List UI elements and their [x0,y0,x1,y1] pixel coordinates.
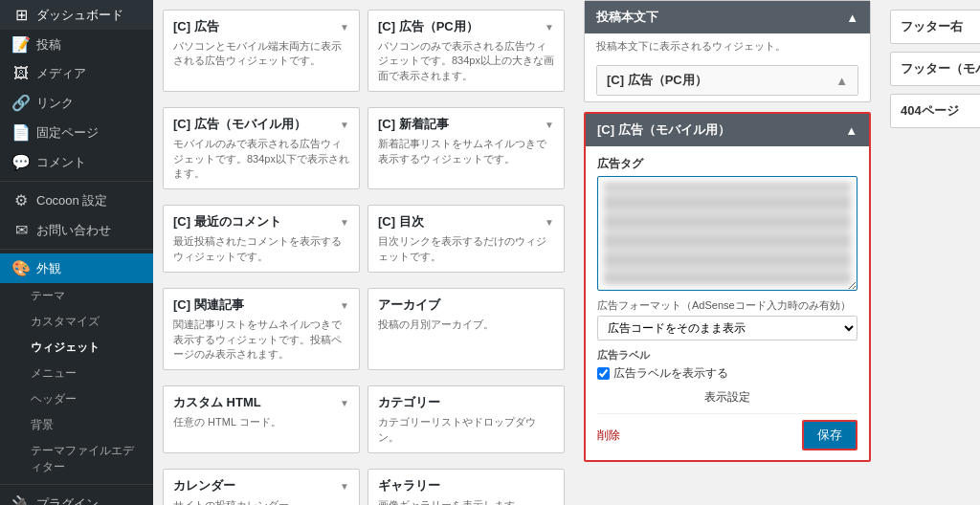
sidebar-sub-header[interactable]: ヘッダー [0,386,153,412]
sidebar-item-contact[interactable]: ✉ お問い合わせ [0,215,153,245]
sidebar-sub-menus[interactable]: メニュー [0,361,153,386]
ad-tag-label: 広告タグ [597,156,858,172]
cocoon-icon: ⚙ [11,191,31,209]
plugins-icon: 🔌 [11,494,31,505]
widget-custom-html[interactable]: カスタム HTML ▼ 任意の HTML コード。 [163,385,360,453]
sidebar-sub-theme-editor[interactable]: テーマファイルエディター [0,438,153,480]
404-area: 404ページ ▼ [890,94,980,128]
widget-categories[interactable]: カテゴリー カテゴリーリストやドロップダウン。 [368,385,565,453]
widget-c-ad-mobile-arrow[interactable]: ▼ [340,120,349,130]
sidebar-item-cocoon[interactable]: ⚙ Cocoon 設定 [0,186,153,215]
sidebar-item-dashboard[interactable]: ⊞ ダッシュボード [0,0,153,30]
ad-label-text: 広告ラベル [597,348,858,362]
widget-c-recent-comments[interactable]: [C] 最近のコメント ▼ 最近投稿されたコメントを表示するウィジェットです。 [163,205,360,273]
sidebar-item-pages[interactable]: 📄 固定ページ [0,118,153,147]
center-panel: 投稿本文下 ▲ 投稿本文下に表示されるウィジェット。 [C] 広告（PC用） ▲… [574,0,880,505]
post-body-header: 投稿本文下 ▲ [585,1,870,33]
widget-calendar[interactable]: カレンダー ▼ サイトの投稿カレンダー。 [163,469,360,505]
widget-c-toc-arrow[interactable]: ▼ [545,217,554,228]
widget-calendar-arrow[interactable]: ▼ [340,481,349,492]
footer-mobile-title: フッター（モバイル用） ▼ [901,60,980,77]
sidebar-item-plugins[interactable]: 🔌 プラグイン [0,489,153,505]
post-body-collapse-icon[interactable]: ▲ [846,11,858,25]
sidebar-item-appearance[interactable]: 🎨 外観 [0,253,153,283]
sidebar-widget-areas: フッター右 ▼ フッター（モバイル用） ▼ 404ページ ▼ [880,0,980,505]
media-icon: 🖼 [11,65,31,82]
sidebar-item-posts[interactable]: 📝 投稿 [0,30,153,59]
sidebar-item-comments[interactable]: 💬 コメント [0,147,153,177]
widget-c-ad-pc[interactable]: [C] 広告（PC用） ▼ パソコンのみで表示される広告ウィジェットです。834… [368,10,565,92]
widget-grid: [C] 広告 ▼ パソコンとモバイル端末両方に表示される広告ウィジェットです。 … [163,10,565,505]
ad-checkbox-row: 広告ラベルを表示する [597,365,858,382]
widget-archive[interactable]: アーカイブ 投稿の月別アーカイブ。 [368,288,565,370]
widget-c-ad-pc-arrow[interactable]: ▼ [545,22,554,33]
post-body-widget-item[interactable]: [C] 広告（PC用） ▲ [596,65,858,96]
ad-footer-row: 削除 保存 [597,413,858,450]
sidebar-sub-customize[interactable]: カスタマイズ [0,309,153,335]
ad-format-select[interactable]: 広告コードをそのまま表示 [597,316,858,340]
widget-c-ad[interactable]: [C] 広告 ▼ パソコンとモバイル端末両方に表示される広告ウィジェットです。 [163,10,360,92]
ad-label-row: 広告ラベル 広告ラベルを表示する [597,348,858,382]
widget-custom-html-arrow[interactable]: ▼ [340,398,349,408]
appearance-icon: 🎨 [11,259,31,277]
sidebar-sub-widgets[interactable]: ウィジェット [0,335,153,361]
widget-c-ad-arrow[interactable]: ▼ [340,22,349,33]
ad-label-checkbox[interactable] [597,367,610,380]
sidebar-item-links[interactable]: 🔗 リンク [0,88,153,118]
sidebar-sub-background[interactable]: 背景 [0,412,153,438]
delete-link[interactable]: 削除 [597,428,620,444]
widget-c-related-arrow[interactable]: ▼ [340,300,349,311]
404-title: 404ページ ▼ [901,102,980,120]
contact-icon: ✉ [11,221,31,239]
footer-right-area: フッター右 ▼ [890,10,980,44]
sidebar: ⊞ ダッシュボード 📝 投稿 🖼 メディア 🔗 リンク 📄 固定ページ 💬 コメ… [0,0,153,505]
widget-c-new-posts[interactable]: [C] 新着記事 ▼ 新着記事リストをサムネイルつきで表示するウィジェットです。 [368,107,565,189]
mobile-ad-content: 広告タグ 広告フォーマット（AdSenseコード入力時のみ有効） 広告コードをそ… [586,146,869,460]
mobile-ad-section: [C] 広告（モバイル用） ▲ 広告タグ 広告フォーマット（AdSenseコード… [584,112,871,462]
comments-icon: 💬 [11,153,31,171]
mobile-ad-header: [C] 広告（モバイル用） ▲ [586,114,869,146]
widget-c-related[interactable]: [C] 関連記事 ▼ 関連記事リストをサムネイルつきで表示するウィジェットです。… [163,288,360,370]
widget-c-toc[interactable]: [C] 目次 ▼ 目次リンクを表示するだけのウィジェットです。 [368,205,565,273]
widget-c-recent-comments-arrow[interactable]: ▼ [340,217,349,228]
widget-c-ad-mobile[interactable]: [C] 広告（モバイル用） ▼ モバイルのみで表示される広告ウィジェットです。8… [163,107,360,189]
main-content: [C] 広告 ▼ パソコンとモバイル端末両方に表示される広告ウィジェットです。 … [153,0,980,505]
sidebar-item-media[interactable]: 🖼 メディア [0,59,153,88]
widget-available-list: [C] 広告 ▼ パソコンとモバイル端末両方に表示される広告ウィジェットです。 … [153,0,574,505]
post-body-section: 投稿本文下 ▲ 投稿本文下に表示されるウィジェット。 [C] 広告（PC用） ▲ [584,0,871,102]
post-body-widget-expand-icon[interactable]: ▲ [835,74,848,88]
widget-c-new-posts-arrow[interactable]: ▼ [545,120,554,130]
links-icon: 🔗 [11,94,31,112]
widget-gallery[interactable]: ギャラリー 画像ギャラリーを表示します。 [368,469,565,505]
posts-icon: 📝 [11,35,31,54]
pages-icon: 📄 [11,123,31,142]
sidebar-sub-theme[interactable]: テーマ [0,283,153,309]
save-button[interactable]: 保存 [802,420,858,450]
footer-mobile-area: フッター（モバイル用） ▼ [890,52,980,86]
dashboard-icon: ⊞ [11,6,31,24]
ad-tag-textarea-container[interactable] [597,176,858,291]
footer-right-title: フッター右 ▼ [901,18,980,35]
ad-format-row: 広告フォーマット（AdSenseコード入力時のみ有効） 広告コードをそのまま表示 [597,298,858,340]
mobile-ad-collapse-icon[interactable]: ▲ [845,123,858,138]
display-settings-row: 表示設定 [597,389,858,406]
